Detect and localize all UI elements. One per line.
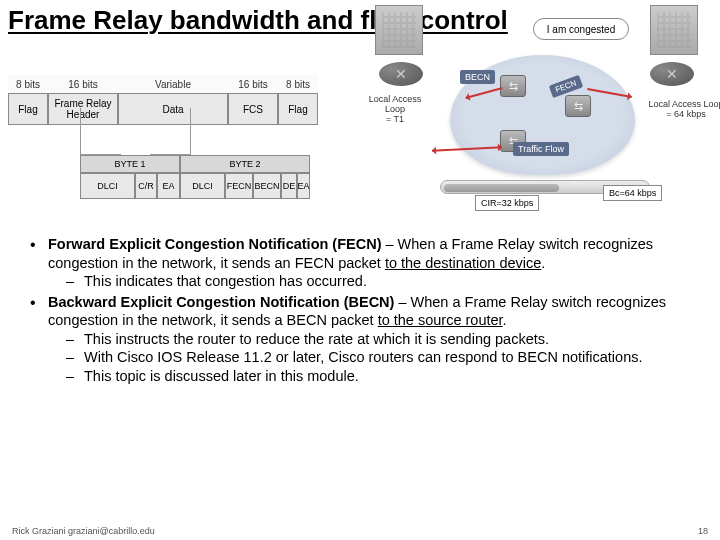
byte-field: BECN: [253, 173, 281, 199]
bits-cell: 16 bits: [48, 75, 118, 93]
cir-label: CIR=32 kbps: [475, 195, 539, 211]
bullet-becn: Backward Explicit Congestion Notificatio…: [30, 293, 702, 386]
traffic-flow-tag: Traffic Flow: [513, 142, 569, 156]
bits-cell: Variable: [118, 75, 228, 93]
field-cell: Flag: [8, 93, 48, 125]
byte-field: DLCI: [80, 173, 135, 199]
byte-detail-table: BYTE 1 BYTE 2 DLCI C/R EA DLCI FECN BECN…: [80, 155, 310, 199]
router-icon: [650, 62, 694, 86]
network-diagram: I am congested BECN FECN Traffic Flow Lo…: [365, 0, 720, 225]
becn-tag: BECN: [460, 70, 495, 84]
sub-bullet: This topic is discussed later in this mo…: [52, 367, 702, 386]
router-icon: [379, 62, 423, 86]
building-icon: [650, 5, 698, 55]
byte-field: FECN: [225, 173, 253, 199]
becn-underline: to the source router: [378, 312, 503, 328]
bullet-content: Forward Explicit Congestion Notification…: [0, 235, 720, 385]
becn-term: Backward Explicit Congestion Notificatio…: [48, 294, 394, 310]
bits-cell: 8 bits: [278, 75, 318, 93]
sub-bullet: This instructs the router to reduce the …: [52, 330, 702, 349]
byte-field: EA: [297, 173, 310, 199]
switch-icon: [565, 95, 591, 117]
bc-label: Bc=64 kbps: [603, 185, 662, 201]
field-cell: Flag: [278, 93, 318, 125]
building-icon: [375, 5, 423, 55]
field-cell: FCS: [228, 93, 278, 125]
footer-author: Rick Graziani graziani@cabrillo.edu: [12, 526, 155, 536]
fecn-term: Forward Explicit Congestion Notification…: [48, 236, 382, 252]
page-number: 18: [698, 526, 708, 536]
local-loop-left-label: Local Access Loop= T1: [360, 95, 430, 125]
speech-bubble: I am congested: [533, 18, 629, 40]
fecn-underline: to the destination device: [385, 255, 541, 271]
bits-cell: 8 bits: [8, 75, 48, 93]
sub-bullet: With Cisco IOS Release 11.2 or later, Ci…: [52, 348, 702, 367]
sub-bullet: This indicates that congestion has occur…: [52, 272, 702, 291]
byte-field: EA: [157, 173, 180, 199]
callout-lines: [80, 108, 160, 156]
switch-icon: [500, 75, 526, 97]
byte-field: DLCI: [180, 173, 225, 199]
byte-field: DE: [281, 173, 297, 199]
local-loop-right-label: Local Access Loop= 64 kbps: [647, 100, 720, 120]
byte-header: BYTE 1: [80, 155, 180, 173]
byte-field: C/R: [135, 173, 157, 199]
bullet-fecn: Forward Explicit Congestion Notification…: [30, 235, 702, 291]
bits-cell: 16 bits: [228, 75, 278, 93]
byte-header: BYTE 2: [180, 155, 310, 173]
